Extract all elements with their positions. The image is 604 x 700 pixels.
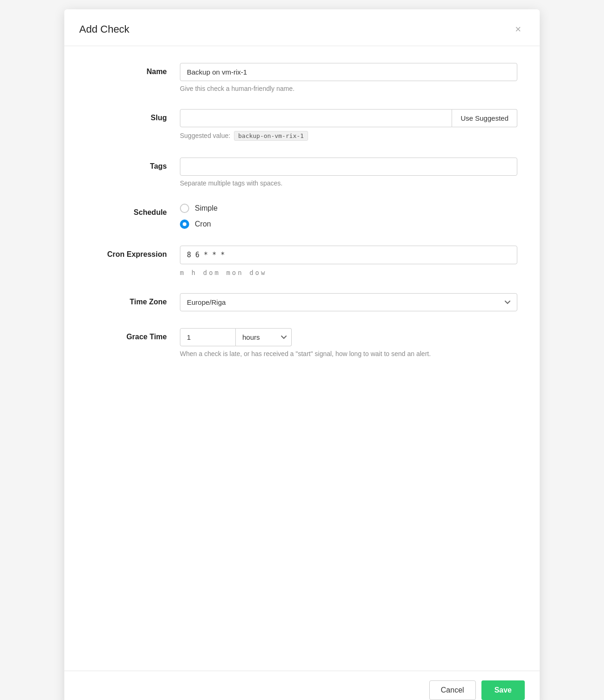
slug-input[interactable] (180, 109, 452, 127)
name-input[interactable] (180, 63, 517, 81)
cron-expression-label: Cron Expression (87, 246, 180, 259)
modal-body: Name Give this check a human-friendly na… (64, 46, 540, 671)
schedule-simple-option[interactable]: Simple (180, 204, 517, 213)
modal-header: Add Check × (64, 9, 540, 46)
grace-time-inputs: minutes hours days (180, 328, 517, 346)
name-hint: Give this check a human-friendly name. (180, 85, 517, 92)
name-row: Name Give this check a human-friendly na… (87, 63, 517, 92)
tags-row: Tags Separate multiple tags with spaces. (87, 158, 517, 187)
cron-expression-row: Cron Expression m h dom mon dow (87, 246, 517, 276)
schedule-label: Schedule (87, 204, 180, 217)
time-zone-label: Time Zone (87, 293, 180, 306)
time-zone-row: Time Zone Europe/Riga UTC America/New_Yo… (87, 293, 517, 311)
suggested-value-code: backup-on-vm-rix-1 (234, 131, 308, 141)
grace-time-unit-select[interactable]: minutes hours days (236, 328, 292, 346)
cron-expression-field: m h dom mon dow (180, 246, 517, 276)
use-suggested-button[interactable]: Use Suggested (452, 109, 517, 127)
simple-radio[interactable] (180, 204, 189, 213)
grace-time-label: Grace Time (87, 328, 180, 341)
slug-label: Slug (87, 109, 180, 122)
schedule-field: Simple Cron (180, 204, 517, 229)
tags-input[interactable] (180, 158, 517, 176)
cron-sub-labels: m h dom mon dow (180, 269, 517, 276)
close-button[interactable]: × (511, 22, 525, 36)
time-zone-field: Europe/Riga UTC America/New_York America… (180, 293, 517, 311)
add-check-modal: Add Check × Name Give this check a human… (64, 9, 540, 700)
slug-input-row: Use Suggested (180, 109, 517, 127)
cron-expression-input[interactable] (180, 246, 517, 264)
schedule-row: Schedule Simple Cron (87, 204, 517, 229)
time-zone-select[interactable]: Europe/Riga UTC America/New_York America… (180, 293, 517, 311)
tags-hint: Separate multiple tags with spaces. (180, 179, 517, 187)
name-field: Give this check a human-friendly name. (180, 63, 517, 92)
schedule-cron-option[interactable]: Cron (180, 220, 517, 229)
grace-time-number-input[interactable] (180, 328, 236, 346)
name-label: Name (87, 63, 180, 76)
modal-footer: Cancel Save (64, 671, 540, 700)
simple-radio-label: Simple (195, 204, 218, 213)
cancel-button[interactable]: Cancel (429, 680, 476, 700)
slug-row: Slug Use Suggested Suggested value: back… (87, 109, 517, 141)
cron-radio[interactable] (180, 220, 189, 229)
modal-title: Add Check (79, 23, 130, 35)
suggested-prefix: Suggested value: (180, 132, 230, 139)
slug-field: Use Suggested Suggested value: backup-on… (180, 109, 517, 141)
tags-label: Tags (87, 158, 180, 171)
save-button[interactable]: Save (481, 680, 525, 700)
cron-radio-label: Cron (195, 220, 211, 228)
grace-time-hint: When a check is late, or has received a … (180, 350, 517, 357)
grace-time-field: minutes hours days When a check is late,… (180, 328, 517, 357)
slug-suggested: Suggested value: backup-on-vm-rix-1 (180, 131, 517, 141)
grace-time-row: Grace Time minutes hours days When a che… (87, 328, 517, 357)
tags-field: Separate multiple tags with spaces. (180, 158, 517, 187)
